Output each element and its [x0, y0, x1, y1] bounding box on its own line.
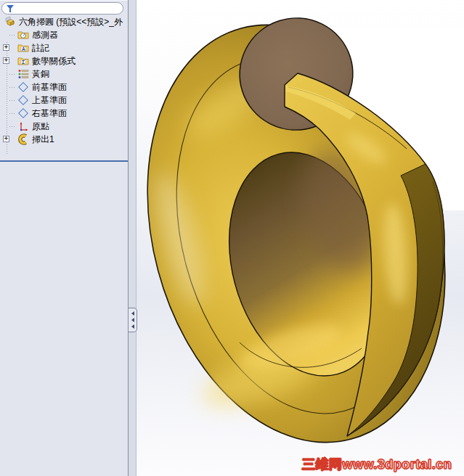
filter-input[interactable] [15, 3, 123, 14]
tree-item-sensors[interactable]: 感測器 [0, 28, 128, 41]
expander-annotations[interactable]: + [3, 44, 9, 51]
part-icon [4, 16, 16, 28]
filter-funnel-icon [6, 4, 15, 13]
solidworks-window: 三维网www.3dportal.cn 六角掃圓 (預設<<預設>_外 [0, 0, 464, 476]
material-appearance-icon [17, 68, 29, 80]
feature-tree-filter[interactable] [1, 2, 123, 15]
tree-item-origin[interactable]: 原點 [0, 120, 128, 133]
reference-plane-icon [17, 107, 29, 119]
triple-left-arrow-icon [131, 318, 134, 322]
feature-tree: 六角掃圓 (預設<<預設>_外 感測器 + A [0, 15, 128, 146]
tree-item-material[interactable]: 黃銅 [0, 67, 128, 81]
tree-item-equations[interactable]: + Σ 數學關係式 [0, 54, 128, 67]
triple-left-arrow-icon [131, 324, 134, 329]
tree-root-part[interactable]: 六角掃圓 (預設<<預設>_外 [0, 15, 128, 28]
tree-root-label: 六角掃圓 (預設<<預設>_外 [19, 16, 123, 28]
panel-collapse-tab[interactable] [129, 308, 137, 332]
tree-item-right-plane[interactable]: 右基準面 [0, 107, 128, 120]
tree-separator-line [0, 160, 128, 162]
tree-item-sweep1[interactable]: + 掃出1 [0, 133, 128, 146]
tree-item-front-plane[interactable]: 前基準面 [0, 81, 128, 94]
reference-plane-icon [17, 94, 29, 106]
sensors-folder-icon [17, 29, 29, 41]
svg-text:Σ: Σ [22, 60, 25, 65]
origin-icon [17, 120, 29, 132]
equations-folder-icon: Σ [17, 55, 29, 67]
feature-manager-panel: 六角掃圓 (預設<<預設>_外 感測器 + A [0, 0, 128, 476]
svg-text:A: A [22, 46, 25, 52]
sweep-feature-icon [17, 134, 29, 145]
reference-plane-icon [17, 81, 29, 93]
expander-sweep1[interactable]: + [3, 136, 9, 142]
panel-splitter[interactable] [128, 0, 137, 476]
tree-item-annotations[interactable]: + A 註記 [0, 41, 128, 54]
watermark-text: 三维网www.3dportal.cn [302, 456, 452, 473]
triple-left-arrow-icon [131, 311, 134, 316]
tree-item-top-plane[interactable]: 上基準面 [0, 94, 128, 107]
expander-equations[interactable]: + [3, 57, 9, 64]
annotations-folder-icon: A [17, 42, 29, 54]
